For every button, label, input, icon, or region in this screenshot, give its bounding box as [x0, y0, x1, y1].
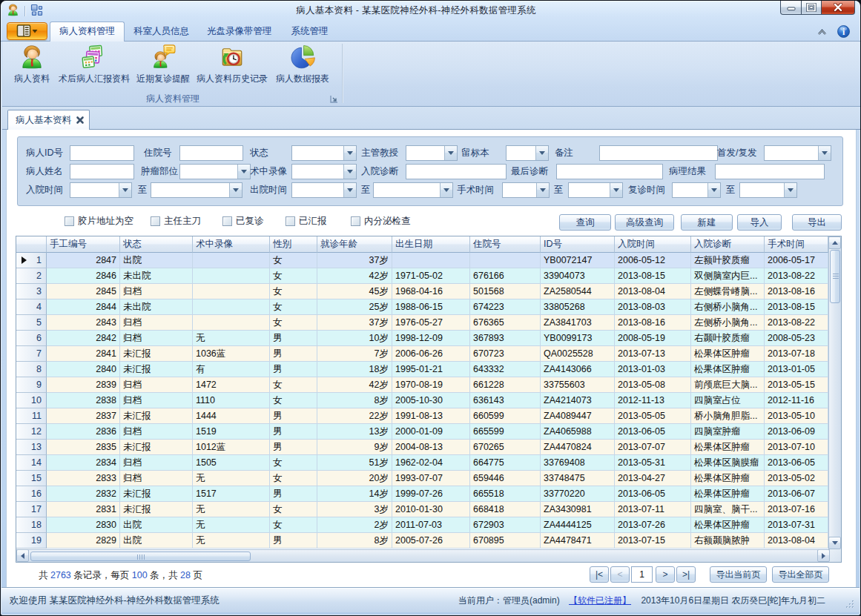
grid-cell[interactable]: 四脑室占位: [691, 393, 765, 408]
grid-cell[interactable]: [193, 253, 270, 268]
grid-cell[interactable]: ZA4143066: [541, 362, 615, 377]
checkbox-1[interactable]: 胶片地址为空: [65, 216, 133, 227]
grid-cell[interactable]: 2013-01-03: [615, 362, 691, 377]
table-row[interactable]: 142834归档1505女51岁1962-02-0466477533769408…: [16, 455, 828, 471]
grid-cell[interactable]: 左侧桥小脑角...: [691, 315, 765, 331]
grid-cell[interactable]: 1993-07-07: [392, 471, 470, 486]
grid-cell[interactable]: 8: [16, 362, 47, 377]
grid-cell[interactable]: 2836: [47, 424, 120, 440]
grid-column-header[interactable]: 性别: [270, 236, 317, 253]
grid-cell[interactable]: [193, 268, 270, 284]
minimize-button[interactable]: [780, 1, 802, 15]
grid-cell[interactable]: 661228: [470, 377, 541, 393]
dropdown-arrow-icon[interactable]: [440, 183, 452, 197]
grid-cell[interactable]: 636143: [470, 393, 541, 408]
grid-cell[interactable]: 四脑室肿瘤: [691, 424, 765, 440]
grid-cell[interactable]: 归档: [120, 331, 193, 346]
grid-cell[interactable]: 2013-05-08: [615, 377, 691, 393]
grid-cell[interactable]: 2004-08-13: [392, 440, 470, 455]
grid-cell[interactable]: 14岁: [317, 486, 392, 502]
grid-cell[interactable]: 25岁: [317, 299, 392, 315]
grid-cell[interactable]: 男: [270, 440, 317, 455]
grid-cell[interactable]: 归档: [120, 393, 193, 408]
grid-cell[interactable]: 2834: [47, 455, 120, 471]
query-button[interactable]: 查询: [559, 214, 611, 231]
grid-cell[interactable]: 未汇报: [120, 440, 193, 455]
grid-cell[interactable]: 男: [270, 408, 317, 424]
ribbon-button-3[interactable]: 近期复诊提醒: [133, 43, 194, 93]
grid-cell[interactable]: ZA2580544: [541, 284, 615, 299]
horizontal-scrollbar[interactable]: [16, 549, 842, 562]
grid-cell[interactable]: 松果体区肿瘤: [691, 517, 765, 533]
grid-cell[interactable]: 2840: [47, 362, 120, 377]
dropdown-arrow-icon[interactable]: [343, 146, 356, 160]
ribbon-button-5[interactable]: 病人数据报表: [271, 43, 334, 93]
dropdown-arrow-icon[interactable]: [610, 183, 622, 197]
grid-column-header[interactable]: ID号: [541, 236, 615, 253]
grid-cell[interactable]: 无: [193, 471, 270, 486]
grid-cell[interactable]: 7岁: [317, 346, 392, 362]
grid-cell[interactable]: 17: [16, 502, 47, 517]
grid-cell[interactable]: 2845: [47, 284, 120, 299]
grid-cell[interactable]: 2011-07-03: [392, 517, 470, 533]
grid-cell[interactable]: 33755603: [541, 377, 615, 393]
ribbon-button-4[interactable]: 病人资料历史记录: [194, 43, 271, 93]
grid-cell[interactable]: 664775: [470, 455, 541, 471]
grid-cell[interactable]: 左侧蝶骨嵴脑...: [691, 284, 765, 299]
grid-cell[interactable]: 未汇报: [120, 408, 193, 424]
grid-column-header[interactable]: 术中录像: [193, 236, 270, 253]
grid-cell[interactable]: 2013-06-05: [615, 486, 691, 502]
scroll-up-button[interactable]: [828, 236, 841, 249]
grid-cell[interactable]: 8岁: [317, 533, 392, 549]
dropdown-arrow-icon[interactable]: [707, 183, 720, 197]
grid-cell[interactable]: 2013-06-07: [765, 486, 828, 502]
grid-cell[interactable]: 367893: [470, 331, 541, 346]
filter-input-1-1[interactable]: [70, 145, 134, 161]
ribbon-button-2[interactable]: 术后病人汇报资料: [56, 43, 133, 93]
scroll-right-button[interactable]: [817, 549, 830, 562]
grid-cell[interactable]: 2837: [47, 408, 120, 424]
checkbox-5[interactable]: 内分泌检查: [351, 216, 411, 227]
dropdown-arrow-icon[interactable]: [535, 146, 548, 160]
grid-cell[interactable]: 1519: [193, 424, 270, 440]
grid-cell[interactable]: [193, 315, 270, 331]
grid-cell[interactable]: 1995-01-21: [392, 362, 470, 377]
table-row-selected[interactable]: 12847出院女37岁YB00721472006-05-12左额叶胶质瘤2006…: [16, 253, 828, 268]
close-button[interactable]: [821, 1, 855, 15]
checkbox-box[interactable]: [151, 216, 160, 226]
table-row[interactable]: 22846未出院女42岁1971-05-02676166339040732013…: [16, 268, 828, 284]
grid-cell[interactable]: 33904073: [541, 268, 615, 284]
grid-cell[interactable]: 松果体区脑膜瘤: [691, 455, 765, 471]
grid-cell[interactable]: 33748475: [541, 471, 615, 486]
filter-combo-1-7[interactable]: [764, 145, 831, 161]
filter-combo-2-3[interactable]: [291, 164, 357, 179]
grid-cell[interactable]: 2013-05-15: [765, 377, 828, 393]
grid-cell[interactable]: 45岁: [317, 284, 392, 299]
grid-cell[interactable]: 2842: [47, 331, 120, 346]
filter-combo-1-5[interactable]: [506, 145, 549, 161]
grid-cell[interactable]: 左额叶胶质瘤: [691, 253, 765, 268]
table-row[interactable]: 122836归档1519男13岁2000-01-09665599ZA406598…: [16, 424, 828, 440]
table-row[interactable]: 102838归档1110女8岁2005-10-30636143ZA4214073…: [16, 393, 828, 408]
table-row[interactable]: 162832未汇报1517男14岁1999-07-266655183377022…: [16, 486, 828, 502]
grid-cell[interactable]: 2010-01-30: [392, 502, 470, 517]
grid-cell[interactable]: 2013-08-04: [765, 533, 828, 549]
grid-cell[interactable]: 2013-01-05: [765, 362, 828, 377]
grid-column-header[interactable]: 状态: [120, 236, 193, 253]
grid-cell[interactable]: 12: [16, 424, 47, 440]
grid-cell[interactable]: 有: [193, 362, 270, 377]
grid-cell[interactable]: 18: [16, 517, 47, 533]
grid-cell[interactable]: 660599: [470, 408, 541, 424]
grid-cell[interactable]: 2013-07-15: [615, 533, 691, 549]
checkbox-3[interactable]: 已复诊: [222, 216, 264, 227]
grid-cell[interactable]: 2006-05-17: [765, 253, 828, 268]
page-number-input[interactable]: [631, 566, 653, 583]
grid-cell[interactable]: 2013-08-15: [615, 268, 691, 284]
grid-cell[interactable]: ZA4470824: [541, 440, 615, 455]
grid-cell[interactable]: 右侧桥小脑角...: [691, 299, 765, 315]
restore-button[interactable]: [801, 1, 822, 15]
ribbon-tab-3[interactable]: 光盘录像带管理: [199, 22, 280, 42]
grid-cell[interactable]: 1110: [193, 393, 270, 408]
grid-cell[interactable]: 未汇报: [120, 362, 193, 377]
grid-cell[interactable]: 2013-08-15: [765, 299, 828, 315]
